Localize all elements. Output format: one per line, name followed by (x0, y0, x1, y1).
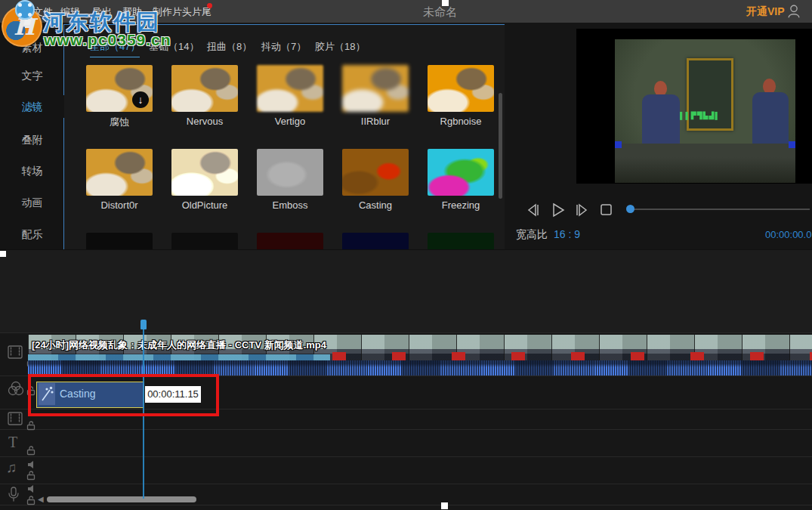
next-frame-button[interactable] (573, 201, 590, 222)
filter-name: 腐蚀 (86, 116, 153, 129)
filter-thumb-oldpicture[interactable] (171, 149, 238, 196)
annotation-highlight (28, 374, 219, 416)
aspect-ratio-label: 宽高比 (516, 228, 548, 242)
filter-track-icon (6, 379, 26, 400)
stop-button[interactable] (598, 202, 613, 221)
horizontal-scrollbar[interactable] (47, 496, 196, 502)
menu-export[interactable]: 导出 (92, 5, 112, 19)
desk-marker-right (789, 141, 795, 148)
studio-screen (687, 58, 733, 131)
filter-name: IIRblur (342, 116, 409, 127)
aspect-ratio-value[interactable]: 16 : 9 (554, 228, 580, 240)
desk-marker-left (615, 141, 622, 148)
filter-thumb-distort0r[interactable] (86, 149, 153, 196)
sidebar-item-overlays[interactable]: 叠附 (0, 134, 64, 147)
scroll-left-arrow[interactable]: ◀ (38, 495, 44, 503)
filter-thumb-row3[interactable] (428, 233, 494, 251)
audio-waveform[interactable] (28, 360, 812, 376)
seek-handle[interactable] (626, 205, 634, 213)
filter-name: Rgbnoise (428, 116, 494, 127)
menu-edit[interactable]: 编辑 (60, 5, 80, 19)
title-bar: 文件 编辑 导出 帮助 制作片头片尾 未命名 开通VIP (0, 0, 812, 23)
anchor-left-head (654, 81, 667, 96)
music-track-icon: ♫ (6, 459, 17, 476)
lock-track-icon[interactable] (26, 495, 36, 508)
filter-thumb-iirblur[interactable] (342, 65, 409, 112)
filter-name: Nervous (171, 116, 238, 127)
filter-name: Distort0r (86, 199, 153, 211)
filter-thumb-corrode[interactable]: ↓ (86, 65, 153, 112)
anchor-left-body (642, 94, 680, 146)
user-account-icon[interactable] (786, 3, 802, 23)
video-frame: ▌▌▛▜▙▟▌ (576, 29, 812, 184)
thumbnail-badges (332, 352, 812, 360)
sidebar: 素材 文字 滤镜 叠附 转场 动画 配乐 (0, 23, 64, 249)
window-artifact-left (0, 251, 6, 257)
tab-all[interactable]: 全部（47） (90, 40, 140, 57)
filter-thumb-rgbnoise[interactable] (428, 65, 494, 112)
filter-name: Casting (342, 199, 409, 211)
filter-name: OldPicture (171, 199, 238, 211)
notification-dot (207, 3, 212, 8)
lock-track-icon[interactable] (26, 470, 36, 484)
sidebar-item-filters[interactable]: 滤镜 (0, 100, 64, 114)
download-icon: ↓ (132, 91, 149, 108)
filter-thumb-row3[interactable] (86, 233, 153, 251)
filter-thumb-row3[interactable] (257, 233, 323, 251)
tab-film[interactable]: 胶片（18） (315, 40, 365, 57)
seek-bar[interactable] (631, 209, 810, 210)
panel-scrollbar[interactable] (499, 93, 502, 199)
filter-name: Emboss (257, 199, 323, 211)
menu-intro-outro[interactable]: 制作片头片尾 (153, 5, 211, 19)
lock-track-icon[interactable] (26, 445, 36, 459)
sidebar-item-media[interactable]: 素材 (0, 42, 64, 55)
filter-panel: 全部（47） 基础（14） 扭曲（8） 抖动（7） 胶片（18） ↓ 腐蚀 Ne… (63, 24, 506, 251)
timeline-toolbar: 导出 (0, 249, 812, 301)
sidebar-item-animation[interactable]: 动画 (0, 196, 64, 210)
lock-track-icon[interactable] (26, 420, 36, 434)
studio-desk (615, 144, 795, 183)
active-tab-notch (63, 95, 64, 118)
filter-thumb-vertigo[interactable] (257, 65, 323, 112)
tab-distort[interactable]: 扭曲（8） (207, 40, 252, 57)
preview-timecode: 00:00:00.0 (765, 229, 812, 240)
studio-caption: ▌▌▛▜▙▟▌ (680, 112, 748, 119)
video-clip-name: [24小时]网络视频乱象：未成年人的网络直播 - CCTV 新闻频道.mp4 (32, 338, 326, 352)
filter-thumb-emboss[interactable] (257, 149, 323, 196)
tab-shake[interactable]: 抖动（7） (261, 40, 306, 57)
project-title: 未命名 (423, 5, 506, 20)
anchor-right-head (763, 79, 776, 94)
filter-thumb-freezing[interactable] (428, 149, 494, 196)
sidebar-item-text[interactable]: 文字 (0, 70, 64, 83)
timeline-ruler[interactable]: 00:00:00.00 00:00:16.00 00:00:32.00 00:0… (0, 300, 812, 332)
filter-thumb-nervous[interactable] (171, 65, 238, 112)
sidebar-item-music[interactable]: 配乐 (0, 228, 64, 242)
filter-thumb-row3[interactable] (171, 233, 238, 251)
anchor-right-body (752, 92, 789, 146)
prev-frame-button[interactable] (525, 201, 542, 222)
filter-name: Vertigo (257, 116, 323, 127)
preview-panel: ▌▌▛▜▙▟▌ (505, 23, 812, 249)
menu-file[interactable]: 文件 (33, 5, 53, 19)
playhead-handle[interactable] (140, 320, 147, 329)
filter-thumb-casting[interactable] (342, 149, 409, 196)
video-track-icon (6, 343, 24, 364)
window-artifact-bottom (441, 502, 448, 509)
tab-basic[interactable]: 基础（14） (149, 40, 199, 57)
pip-track-icon (6, 410, 24, 431)
video-editor-window: 文件 编辑 导出 帮助 制作片头片尾 未命名 开通VIP H 河东软件园 www… (0, 0, 812, 510)
menu-help[interactable]: 帮助 (122, 5, 142, 19)
sidebar-item-transitions[interactable]: 转场 (0, 165, 64, 178)
voiceover-track-icon (6, 485, 21, 506)
filter-name: Freezing (428, 199, 494, 211)
vip-button[interactable]: 开通VIP (746, 5, 785, 19)
thumbnail-lower-third (28, 354, 330, 360)
filter-thumb-row3[interactable] (342, 233, 409, 251)
play-button[interactable] (549, 201, 566, 222)
text-track-icon: T (8, 434, 17, 451)
video-preview-image: ▌▌▛▜▙▟▌ (615, 39, 795, 183)
